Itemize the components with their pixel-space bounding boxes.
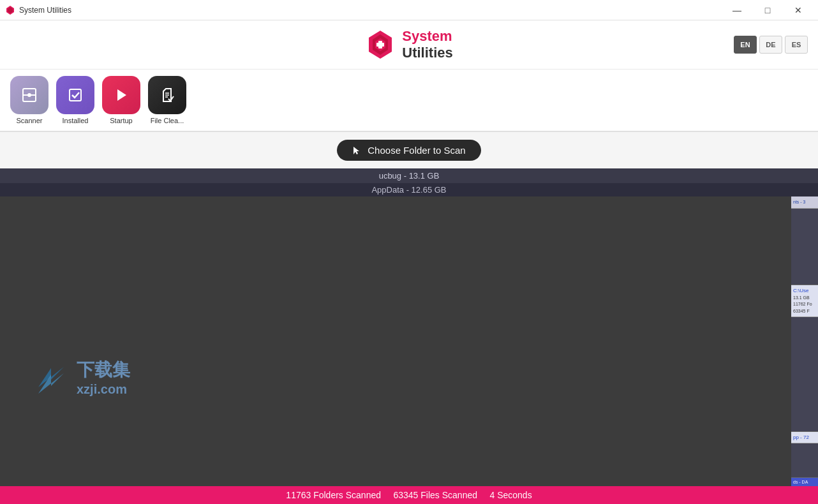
watermark-logo [32, 362, 70, 394]
installed-button[interactable] [56, 76, 94, 114]
app-logo: System Utilities [365, 28, 452, 61]
right-panel-files: 63345 F [793, 308, 816, 315]
watermark-url: xzji.com [77, 382, 130, 397]
watermark: 下载集 xzji.com [32, 358, 130, 397]
fileclean-button[interactable] [148, 76, 186, 114]
right-panel-path: C:\Use [793, 287, 816, 295]
right-panel-nts: nts - 3 [793, 200, 805, 204]
logo-system: System [402, 28, 452, 45]
scan-tree: 下载集 xzji.com [0, 196, 818, 486]
status-bar: 11763 Folders Scanned 63345 Files Scanne… [0, 486, 818, 504]
tool-item-startup[interactable]: Startup [102, 76, 140, 124]
startup-label: Startup [110, 117, 132, 124]
scan-path-line2: AppData - 12.65 GB [371, 185, 446, 195]
choose-folder-label: Choose Folder to Scan [368, 145, 465, 156]
logo-utilities: Utilities [402, 45, 452, 61]
right-panel-size: 13.1 GB [793, 295, 816, 302]
maximize-button[interactable]: □ [753, 0, 782, 20]
fileclean-icon [158, 86, 176, 104]
fileclean-label: File Clea... [151, 117, 184, 124]
installed-label: Installed [63, 117, 89, 124]
logo-icon [365, 29, 396, 60]
svg-marker-11 [117, 89, 126, 101]
title-bar-left: System Utilities [5, 5, 71, 15]
folders-scanned: 11763 Folders Scanned [286, 490, 381, 500]
tool-item-fileclean[interactable]: File Clea... [148, 76, 186, 124]
right-panel-info2: pp - 72 [791, 432, 818, 443]
right-panel-dark1 [791, 209, 818, 285]
cursor-icon [352, 145, 362, 156]
minimize-button[interactable]: — [722, 0, 752, 20]
watermark-text: 下载集 [77, 358, 130, 382]
svg-rect-10 [70, 89, 81, 101]
right-panel-folders: 11762 Fo [793, 301, 816, 308]
right-info-panel: nts - 3 C:\Use 13.1 GB 11762 Fo 63345 F … [791, 196, 818, 486]
toolbar: Scanner Installed Startup [0, 70, 818, 132]
choose-folder-bar: Choose Folder to Scan [0, 132, 818, 168]
right-panel-dark2 [791, 317, 818, 432]
app-icon [5, 5, 15, 15]
scan-main: 下载集 xzji.com nts - 3 C:\Use 13.1 GB [0, 196, 818, 486]
lang-en-button[interactable]: EN [734, 36, 757, 54]
app-header: System Utilities EN DE ES [0, 20, 818, 70]
close-button[interactable]: ✕ [784, 0, 813, 20]
seconds-elapsed: 4 Seconds [489, 490, 532, 500]
language-buttons: EN DE ES [734, 36, 808, 54]
right-panel-line3: ds - DA [793, 480, 808, 484]
right-panel-line2: pp - 72 [793, 434, 816, 441]
scan-sub-bar: AppData - 12.65 GB [0, 183, 818, 196]
lang-es-button[interactable]: ES [785, 36, 808, 54]
scanner-icon [20, 86, 38, 104]
scan-path-bar: ucbug - 13.1 GB [0, 168, 818, 183]
window-controls: — □ ✕ [722, 0, 813, 20]
logo-text: System Utilities [402, 28, 452, 61]
scanner-button[interactable] [10, 76, 48, 114]
svg-point-9 [27, 93, 31, 97]
scan-path-line1: ucbug - 13.1 GB [379, 171, 440, 181]
title-bar: System Utilities — □ ✕ [0, 0, 818, 20]
scanner-label: Scanner [17, 117, 43, 124]
files-scanned: 63345 Files Scanned [393, 490, 477, 500]
startup-icon [112, 86, 130, 104]
startup-button[interactable] [102, 76, 140, 114]
svg-marker-15 [353, 147, 359, 154]
title-bar-label: System Utilities [19, 6, 71, 15]
installed-icon [66, 86, 84, 104]
app-window: System Utilities EN DE ES Scanner [0, 20, 818, 504]
content-area: Choose Folder to Scan ucbug - 13.1 GB Ap… [0, 132, 818, 504]
right-panel-blue: ds - DA [791, 478, 818, 486]
tool-item-installed[interactable]: Installed [56, 76, 94, 124]
right-panel-item-top: nts - 3 [791, 196, 818, 209]
right-panel-dark3 [791, 443, 818, 478]
choose-folder-button[interactable]: Choose Folder to Scan [337, 140, 480, 161]
lang-de-button[interactable]: DE [759, 36, 782, 54]
tool-item-scanner[interactable]: Scanner [10, 76, 48, 124]
svg-rect-6 [376, 43, 384, 47]
right-panel-info: C:\Use 13.1 GB 11762 Fo 63345 F [791, 285, 818, 318]
